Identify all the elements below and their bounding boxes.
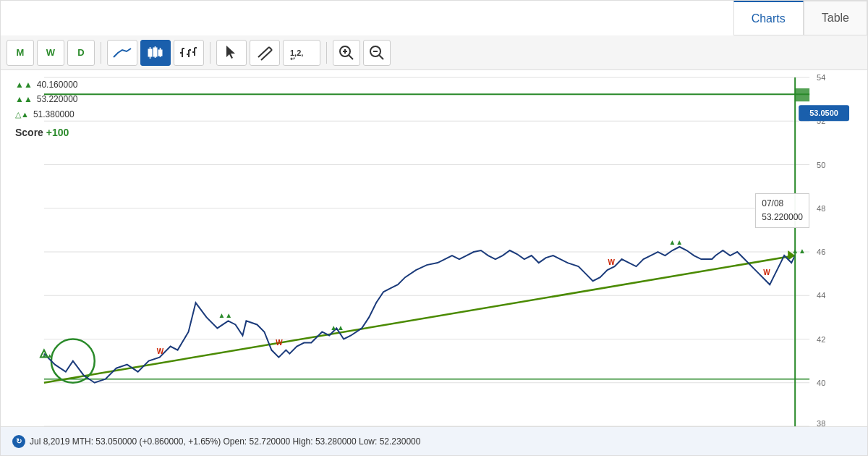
svg-text:42: 42 bbox=[817, 334, 825, 343]
chart-type-bar-button[interactable] bbox=[174, 40, 204, 66]
toolbar: M W D bbox=[1, 35, 867, 70]
score-line: Score +100 bbox=[15, 124, 78, 142]
svg-text:W: W bbox=[608, 258, 616, 266]
legend-value-2: 53.220000 bbox=[37, 92, 78, 106]
svg-text:↩: ↩ bbox=[290, 56, 295, 62]
legend-icon-1: ▲▲ bbox=[15, 77, 33, 92]
svg-text:▲▲: ▲▲ bbox=[218, 311, 232, 319]
chart-type-line-button[interactable] bbox=[107, 40, 137, 66]
svg-text:54: 54 bbox=[817, 73, 825, 82]
svg-line-25 bbox=[379, 55, 383, 59]
tab-charts[interactable]: Charts bbox=[733, 1, 804, 35]
svg-text:40: 40 bbox=[817, 379, 825, 387]
chart-area: 54 52 50 48 46 44 42 40 38 bbox=[1, 70, 867, 426]
period-week-button[interactable]: W bbox=[37, 40, 64, 66]
legend-item-3: △▲ 51.380000 bbox=[15, 107, 78, 122]
zoom-out-button[interactable] bbox=[363, 40, 391, 66]
legend-item-2: ▲▲ 53.220000 bbox=[15, 92, 78, 106]
svg-line-47 bbox=[44, 256, 795, 383]
svg-line-21 bbox=[349, 55, 353, 59]
tooltip-box: 07/08 53.220000 bbox=[755, 193, 809, 228]
svg-text:50: 50 bbox=[817, 161, 825, 169]
chart-type-candle-button[interactable] bbox=[140, 40, 171, 66]
svg-text:▲▲: ▲▲ bbox=[791, 247, 806, 255]
svg-text:38: 38 bbox=[817, 419, 825, 426]
main-container: Charts Table M W D bbox=[0, 0, 868, 456]
legend-icon-2: ▲▲ bbox=[15, 92, 33, 106]
legend-value-3: 51.380000 bbox=[33, 107, 75, 122]
tooltip-date: 07/08 bbox=[762, 197, 803, 211]
svg-text:48: 48 bbox=[817, 204, 825, 213]
legend: ▲▲ 40.160000 ▲▲ 53.220000 △▲ 51.380000 S… bbox=[15, 77, 78, 142]
svg-text:46: 46 bbox=[817, 248, 825, 256]
score-label: Score bbox=[15, 127, 43, 138]
fibonacci-tool-button[interactable]: 1,2, ↩ bbox=[283, 40, 320, 66]
legend-value-1: 40.160000 bbox=[37, 77, 78, 92]
status-text: Jul 8,2019 MTH: 53.050000 (+0.860000, +1… bbox=[30, 436, 420, 447]
status-bar: ↻ Jul 8,2019 MTH: 53.050000 (+0.860000, … bbox=[1, 426, 867, 455]
draw-tool-button[interactable] bbox=[250, 40, 280, 66]
legend-icon-3: △▲ bbox=[15, 108, 29, 122]
period-month-button[interactable]: M bbox=[7, 40, 34, 66]
score-value: +100 bbox=[46, 127, 69, 138]
svg-text:44: 44 bbox=[817, 291, 825, 300]
zoom-in-button[interactable] bbox=[333, 40, 360, 66]
svg-text:▲▲: ▲▲ bbox=[330, 324, 344, 332]
svg-text:▲▲: ▲▲ bbox=[41, 352, 53, 359]
toolbar-separator-3 bbox=[326, 42, 327, 64]
legend-item-1: ▲▲ 40.160000 bbox=[15, 77, 78, 92]
tooltip-price: 53.220000 bbox=[762, 211, 803, 224]
svg-line-15 bbox=[258, 47, 269, 57]
toolbar-separator-1 bbox=[101, 42, 101, 64]
toolbar-separator-2 bbox=[210, 42, 210, 64]
period-day-button[interactable]: D bbox=[67, 40, 95, 66]
svg-text:W: W bbox=[763, 269, 770, 276]
cursor-tool-button[interactable] bbox=[216, 40, 247, 66]
svg-text:▲▲: ▲▲ bbox=[668, 238, 683, 246]
svg-line-17 bbox=[261, 50, 272, 60]
svg-rect-69 bbox=[795, 88, 809, 101]
tabs-bar: Charts Table bbox=[733, 1, 867, 35]
tab-table[interactable]: Table bbox=[804, 1, 867, 35]
svg-text:W: W bbox=[276, 339, 283, 347]
svg-text:53.0500: 53.0500 bbox=[809, 109, 838, 117]
svg-text:W: W bbox=[157, 347, 164, 355]
status-icon: ↻ bbox=[12, 435, 25, 448]
